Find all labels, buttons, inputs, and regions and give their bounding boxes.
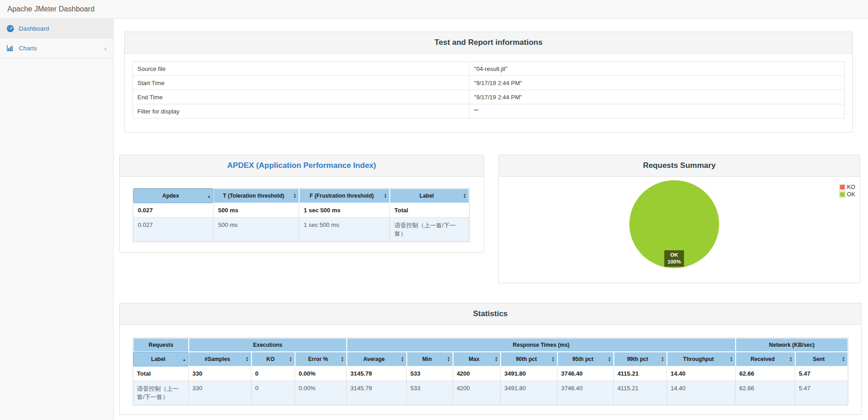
info-row: Filter for display "" <box>133 104 845 118</box>
cell: 14.40 <box>667 381 736 405</box>
info-panel-heading: Test and Report informations <box>125 32 852 54</box>
cell: 3491.80 <box>501 381 557 405</box>
info-label: Source file <box>133 62 469 76</box>
cell: 5.47 <box>795 381 848 405</box>
legend-item-ok: OK <box>839 191 855 198</box>
stats-col-header-samples[interactable]: #Samples <box>189 352 251 366</box>
cell: 语音控制（上一首/下一首） <box>390 218 469 242</box>
sort-icon <box>341 356 344 362</box>
sort-icon <box>463 193 466 199</box>
sort-icon <box>608 356 611 362</box>
sidebar: Dashboard Charts <box>0 19 114 420</box>
column-label: F (Frustration threshold) <box>310 193 374 199</box>
cell: Total <box>390 203 469 218</box>
cell: 533 <box>407 381 453 405</box>
cell: 62.66 <box>736 381 795 405</box>
stats-col-header-throughput[interactable]: Throughput <box>667 352 736 366</box>
sort-icon <box>447 356 450 362</box>
chevron-left-icon[interactable] <box>104 45 107 52</box>
column-label: Average <box>363 356 385 362</box>
cell: 4115.21 <box>614 381 667 405</box>
table-row: 语音控制（上一首/下一首） 330 0 0.00% 3145.79 533 42… <box>133 381 848 405</box>
sort-asc-icon <box>182 356 186 362</box>
cell: 3746.40 <box>557 366 614 381</box>
stats-col-header-min[interactable]: Min <box>407 352 453 366</box>
sort-icon <box>842 356 845 362</box>
sidebar-item-dashboard[interactable]: Dashboard <box>0 19 113 38</box>
stats-col-header-average[interactable]: Average <box>347 352 407 366</box>
sort-icon <box>551 356 555 362</box>
column-label: Apdex <box>162 193 179 199</box>
info-label: End Time <box>133 90 469 104</box>
column-label: #Samples <box>205 356 230 362</box>
legend-label: KO <box>847 184 855 190</box>
column-label: T (Toleration threshold) <box>223 193 284 199</box>
cell: 4200 <box>453 381 501 405</box>
sort-icon <box>289 356 292 362</box>
pie-label-name: OK <box>667 252 681 258</box>
main-content: Test and Report informations Source file… <box>114 19 868 420</box>
stats-group-header-row: Requests Executions Response Times (ms) … <box>133 338 848 352</box>
cell: 0 <box>251 366 295 381</box>
cell: 14.40 <box>667 366 736 381</box>
legend-item-ko: KO <box>839 184 855 190</box>
gauge-icon <box>6 25 16 32</box>
info-panel-title: Test and Report informations <box>435 38 543 47</box>
stats-col-header-label[interactable]: Label <box>133 352 189 366</box>
requests-panel-heading: Requests Summary <box>499 155 860 177</box>
group-header-executions: Executions <box>189 338 347 352</box>
stats-col-header-received[interactable]: Received <box>736 352 795 366</box>
cell: 1 sec 500 ms <box>299 218 390 242</box>
info-row: Start Time "9/17/19 2:44 PM" <box>133 76 845 90</box>
column-label: Throughput <box>683 356 714 362</box>
stats-col-header-99pct[interactable]: 99th pct <box>614 352 667 366</box>
info-value: "9/17/19 2:44 PM" <box>469 76 845 90</box>
apdex-panel-title: APDEX (Application Performance Index) <box>227 161 376 170</box>
info-value: "9/17/19 2:44 PM" <box>469 90 845 104</box>
requests-summary-panel: Requests Summary OK 100% KO <box>498 155 860 283</box>
cell: 4115.21 <box>614 366 667 381</box>
sort-icon <box>384 193 387 199</box>
statistics-table: Requests Executions Response Times (ms) … <box>133 338 848 405</box>
sort-asc-icon <box>207 193 211 199</box>
info-label: Filter for display <box>133 104 469 118</box>
apdex-col-header-frustration[interactable]: F (Frustration threshold) <box>299 188 390 203</box>
column-label: Max <box>469 356 479 362</box>
cell: 330 <box>189 381 251 405</box>
apdex-col-header-label[interactable]: Label <box>390 188 469 203</box>
stats-col-header-ko[interactable]: KO <box>251 352 295 366</box>
stats-col-header-max[interactable]: Max <box>453 352 501 366</box>
apdex-col-header-toleration[interactable]: T (Toleration threshold) <box>213 188 299 203</box>
cell: 4200 <box>453 366 501 381</box>
stats-col-header-95pct[interactable]: 95th pct <box>557 352 614 366</box>
pie-label-percent: 100% <box>667 258 681 265</box>
apdex-col-header-apdex[interactable]: Apdex <box>133 188 213 203</box>
info-row: End Time "9/17/19 2:44 PM" <box>133 90 845 104</box>
sidebar-item-charts[interactable]: Charts <box>0 38 113 58</box>
topbar: Apache JMeter Dashboard <box>0 0 868 19</box>
cell: 1 sec 500 ms <box>299 203 390 218</box>
stats-col-header-sent[interactable]: Sent <box>795 352 848 366</box>
sidebar-item-label: Charts <box>19 45 37 52</box>
column-label: Label <box>420 193 434 199</box>
sort-icon <box>495 356 498 362</box>
info-panel: Test and Report informations Source file… <box>124 32 853 133</box>
cell: 语音控制（上一首/下一首） <box>133 381 189 405</box>
info-value: "04-result.jtl" <box>469 62 845 76</box>
cell: 0.027 <box>133 218 213 242</box>
sort-icon <box>661 356 664 362</box>
sort-icon <box>730 356 733 362</box>
stats-col-header-90pct[interactable]: 90th pct <box>501 352 557 366</box>
group-header-network: Network (KB/sec) <box>736 338 848 352</box>
cell: 3145.79 <box>347 381 407 405</box>
stats-col-header-error[interactable]: Error % <box>295 352 347 366</box>
cell: 3145.79 <box>347 366 407 381</box>
statistics-panel-heading: Statistics <box>120 303 861 325</box>
pie-data-label: OK 100% <box>664 250 684 267</box>
cell: 0 <box>251 381 295 405</box>
column-label: 99th pct <box>627 356 648 362</box>
cell: 330 <box>189 366 251 381</box>
info-table: Source file "04-result.jtl" Start Time "… <box>132 61 845 118</box>
cell: 533 <box>407 366 453 381</box>
info-row: Source file "04-result.jtl" <box>133 62 845 76</box>
